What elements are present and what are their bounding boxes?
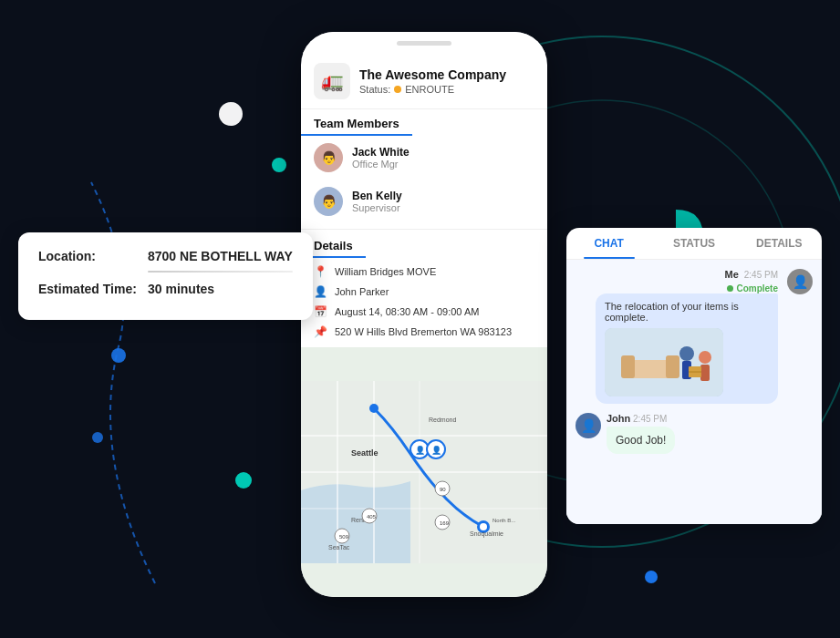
svg-point-2: [111, 348, 126, 363]
svg-text:Redmond: Redmond: [429, 417, 456, 423]
status-complete: Complete: [727, 283, 778, 293]
status-green-dot: [727, 285, 733, 292]
svg-rect-39: [700, 365, 710, 381]
chat-meta-left: John 2:45 PM: [607, 413, 675, 424]
team-member-1: 👨 Jack White Office Mgr: [301, 136, 547, 180]
svg-point-38: [699, 351, 711, 364]
team-section: Team Members 👨 Jack White Office Mgr 👨 B…: [301, 109, 547, 229]
location-label: Location:: [38, 249, 148, 263]
avatar-jack: 👨: [314, 143, 343, 172]
detail-row-3: 📅 August 14, 08:30 AM - 09:00 AM: [301, 302, 547, 322]
phone-mockup: 🚛 The Awesome Company Status: ENROUTE Te…: [301, 32, 547, 597]
chat-body: Me 2:45 PM Complete The relocation of yo…: [566, 260, 822, 524]
svg-text:90: 90: [440, 487, 446, 492]
svg-text:509: 509: [339, 534, 349, 540]
chat-panel: CHAT STATUS DETAILS Me 2:45 PM Complete: [566, 228, 822, 524]
svg-text:169: 169: [440, 520, 450, 526]
chat-bubble-me: The relocation of your items is complete…: [596, 293, 778, 404]
person-icon: 👤: [314, 285, 327, 298]
svg-point-36: [679, 346, 694, 361]
deco-white-circle-1: [219, 102, 243, 126]
avatar-me: 👤: [787, 269, 813, 294]
chat-time-john: 2:45 PM: [633, 414, 667, 424]
time-label: Estimated Time:: [38, 282, 148, 296]
deco-teal-circle-1: [272, 158, 286, 172]
time-value: 30 minutes: [148, 282, 214, 296]
status-dot: [394, 86, 401, 93]
svg-point-11: [369, 404, 379, 413]
details-section: Details 📍 William Bridges MOVE 👤 John Pa…: [301, 229, 547, 347]
detail-row-4: 📌 520 W Hills Blvd Bremerton WA 983123: [301, 322, 547, 342]
svg-text:👤: 👤: [415, 445, 426, 456]
phone-notch: [301, 32, 547, 54]
company-status: Status: ENROUTE: [359, 84, 506, 95]
chat-message-john: 👤 John 2:45 PM Good Job!: [576, 413, 813, 454]
team-section-title: Team Members: [301, 109, 412, 136]
svg-text:👤: 👤: [431, 445, 442, 456]
chat-tabs: CHAT STATUS DETAILS: [566, 228, 822, 260]
deco-blue-circle-1: [645, 571, 658, 583]
svg-rect-35: [666, 355, 679, 378]
chat-time-me: 2:45 PM: [744, 270, 778, 280]
chat-meta-right: Me 2:45 PM: [724, 269, 778, 280]
svg-point-3: [92, 432, 103, 443]
detail-row-1: 📍 William Bridges MOVE: [301, 262, 547, 282]
chat-bubble-john: Good Job!: [607, 427, 675, 454]
chat-sender-john: John: [607, 413, 630, 424]
company-header: 🚛 The Awesome Company Status: ENROUTE: [301, 54, 547, 109]
member-name-1: Jack White: [352, 146, 410, 159]
member-role-1: Office Mgr: [352, 159, 410, 170]
chat-message-me: Me 2:45 PM Complete The relocation of yo…: [576, 269, 813, 404]
chat-sender-me: Me: [724, 269, 738, 280]
svg-text:Seattle: Seattle: [351, 448, 379, 458]
svg-text:405: 405: [367, 514, 377, 520]
map-pin-icon: 📌: [314, 325, 327, 338]
company-logo: 🚛: [314, 63, 350, 99]
avatar-ben: 👨: [314, 187, 343, 216]
svg-text:SeaTac: SeaTac: [328, 544, 350, 551]
map-area: Seattle Redmond Snoqualmie Renton SeaTac…: [301, 347, 547, 597]
location-value: 8700 NE BOTHELL WAY: [148, 249, 293, 263]
tab-details[interactable]: DETAILS: [737, 228, 822, 259]
svg-text:North B...: North B...: [493, 518, 516, 523]
tab-chat[interactable]: CHAT: [566, 228, 651, 259]
svg-point-13: [480, 523, 487, 530]
company-name: The Awesome Company: [359, 67, 506, 82]
member-name-2: Ben Kelly: [352, 190, 402, 202]
tab-status[interactable]: STATUS: [651, 228, 736, 259]
location-card: Location: 8700 NE BOTHELL WAY Estimated …: [18, 232, 313, 320]
svg-rect-34: [621, 355, 635, 378]
member-role-2: Supervisor: [352, 202, 402, 213]
avatar-john: 👤: [576, 413, 601, 438]
deco-teal-circle-2: [235, 472, 252, 489]
detail-row-2: 👤 John Parker: [301, 282, 547, 302]
calendar-icon: 📅: [314, 305, 327, 318]
team-member-2: 👨 Ben Kelly Supervisor: [301, 180, 547, 223]
location-pin-icon: 📍: [314, 265, 327, 278]
svg-text:Snoqualmie: Snoqualmie: [470, 530, 503, 538]
